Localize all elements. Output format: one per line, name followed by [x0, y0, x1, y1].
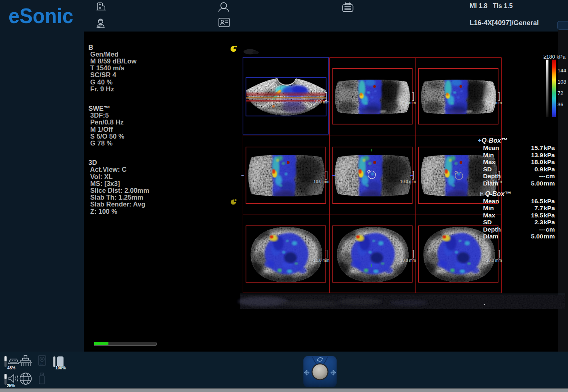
svg-text:10.0 mm: 10.0 mm [486, 101, 502, 105]
svg-text:10.0 mm: 10.0 mm [400, 101, 416, 105]
svg-text:≥180 kPa: ≥180 kPa [543, 54, 566, 60]
svg-text:10.0 mm: 10.0 mm [314, 100, 330, 104]
svg-text:10.0 mm: 10.0 mm [314, 258, 329, 263]
svg-text:100%: 100% [55, 366, 66, 370]
svg-text:36: 36 [557, 101, 563, 107]
svg-text:108: 108 [557, 79, 566, 85]
svg-text:10.0 mm: 10.0 mm [314, 179, 329, 184]
svg-text:72: 72 [557, 90, 563, 96]
svg-text:1/2: 1/2 [40, 362, 44, 365]
svg-text:25%: 25% [7, 384, 15, 388]
svg-text:144: 144 [557, 67, 566, 74]
svg-text:10.0 mm: 10.0 mm [400, 258, 416, 263]
svg-text:48%: 48% [7, 366, 15, 370]
svg-text:10.0 mm: 10.0 mm [400, 179, 416, 184]
svg-text:10.0 mm: 10.0 mm [486, 258, 502, 263]
